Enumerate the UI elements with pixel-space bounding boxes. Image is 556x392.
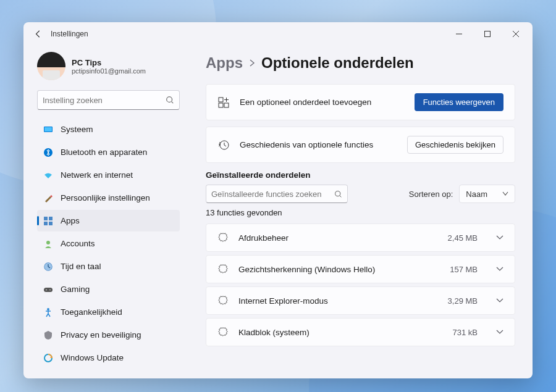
breadcrumb-parent[interactable]: Apps [206, 54, 243, 72]
feature-name: Afdrukbeheer [238, 233, 438, 243]
filter-row: Sorteren op: Naam [206, 185, 515, 203]
sidebar-item-network[interactable]: Netwerk en internet [37, 164, 180, 186]
history-icon [217, 139, 230, 151]
installed-title: Geïnstalleerde onderdelen [206, 170, 515, 180]
network-icon [43, 170, 53, 180]
feature-row[interactable]: Kladblok (systeem) 731 kB [206, 318, 515, 346]
svg-point-17 [47, 308, 49, 311]
breadcrumb: Apps Optionele onderdelen [206, 54, 515, 72]
chevron-down-icon [502, 191, 508, 196]
page-title: Optionele onderdelen [261, 54, 414, 72]
card-history: Geschiedenis van optionele functies Gesc… [206, 127, 515, 163]
titlebar: Instellingen [23, 22, 533, 46]
view-history-button[interactable]: Geschiedenis bekijken [407, 136, 503, 154]
sidebar-item-accounts[interactable]: Accounts [37, 233, 180, 254]
card-add-label: Een optioneel onderdeel toevoegen [240, 98, 405, 107]
svg-line-27 [340, 195, 341, 196]
sidebar-item-bluetooth[interactable]: Bluetooth en apparaten [37, 141, 180, 163]
sidebar-item-label: Toegankelijkheid [61, 307, 122, 317]
feature-icon [217, 327, 229, 338]
search-icon [334, 190, 342, 198]
show-features-button[interactable]: Functies weergeven [415, 93, 503, 111]
svg-rect-22 [224, 103, 229, 107]
sidebar-item-apps[interactable]: Apps [37, 210, 180, 231]
privacy-icon [43, 330, 53, 340]
svg-rect-8 [49, 217, 53, 220]
svg-point-2 [167, 97, 172, 102]
search-icon [166, 96, 174, 104]
card-add-feature: Een optioneel onderdeel toevoegen Functi… [206, 84, 515, 120]
sidebar-item-label: Systeem [61, 125, 93, 134]
results-count: 13 functies gevonden [206, 208, 515, 217]
sidebar-item-label: Apps [61, 216, 80, 225]
sidebar-item-gaming[interactable]: Gaming [37, 278, 180, 300]
maximize-button[interactable] [473, 25, 502, 43]
sidebar-item-personalization[interactable]: Persoonlijke instellingen [37, 187, 180, 209]
feature-icon [217, 295, 229, 306]
chevron-down-icon [496, 235, 503, 240]
sidebar-item-update[interactable]: Windows Update [37, 347, 180, 369]
feature-size: 157 MB [450, 265, 478, 274]
sidebar-item-time[interactable]: Tijd en taal [37, 256, 180, 277]
svg-point-15 [46, 289, 47, 290]
svg-rect-21 [219, 103, 223, 107]
sidebar-item-label: Netwerk en internet [61, 170, 133, 180]
svg-rect-20 [219, 98, 223, 102]
feature-size: 2,45 MB [448, 233, 478, 243]
svg-point-16 [49, 289, 51, 290]
profile[interactable]: PC Tips pctipsinfo01@gmail.com [37, 52, 180, 80]
card-history-label: Geschiedenis van optionele functies [240, 140, 397, 149]
sort-label: Sorteren op: [409, 190, 453, 199]
personalization-icon [43, 193, 53, 203]
svg-rect-1 [485, 31, 491, 37]
system-icon [43, 125, 53, 135]
installed-search-box[interactable] [206, 185, 348, 203]
back-button[interactable] [31, 27, 46, 41]
feature-row[interactable]: Afdrukbeheer 2,45 MB [206, 223, 515, 252]
search-input[interactable] [43, 96, 166, 105]
sidebar-item-label: Persoonlijke instellingen [61, 193, 150, 202]
sidebar: PC Tips pctipsinfo01@gmail.com Systeem [23, 46, 186, 378]
bluetooth-icon [43, 148, 53, 157]
svg-rect-14 [44, 288, 53, 292]
minimize-button[interactable] [445, 25, 473, 43]
accounts-icon [43, 239, 53, 249]
sidebar-item-system[interactable]: Systeem [37, 119, 180, 140]
sort-select[interactable]: Naam [459, 185, 515, 203]
feature-row[interactable]: Internet Explorer-modus 3,29 MB [206, 286, 515, 315]
svg-point-26 [335, 191, 340, 196]
svg-line-3 [172, 102, 174, 104]
close-button[interactable] [502, 25, 530, 43]
settings-window: Instellingen PC Tips pctipsinfo01@gmail.… [23, 22, 533, 378]
time-icon [43, 262, 53, 272]
feature-icon [217, 264, 229, 275]
feature-size: 731 kB [453, 328, 478, 337]
add-component-icon [217, 96, 230, 109]
sidebar-item-label: Windows Update [61, 353, 124, 362]
accessibility-icon [43, 307, 53, 317]
nav: Systeem Bluetooth en apparaten Netwerk e… [37, 119, 180, 369]
chevron-right-icon [249, 59, 255, 67]
chevron-down-icon [496, 298, 503, 303]
svg-rect-7 [44, 217, 48, 220]
sidebar-item-accessibility[interactable]: Toegankelijkheid [37, 301, 180, 323]
search-box[interactable] [37, 90, 180, 110]
svg-rect-9 [44, 222, 48, 225]
feature-row[interactable]: Gezichtsherkenning (Windows Hello) 157 M… [206, 255, 515, 283]
sidebar-item-label: Gaming [61, 285, 90, 294]
feature-name: Kladblok (systeem) [238, 328, 443, 337]
feature-name: Internet Explorer-modus [238, 296, 438, 306]
feature-size: 3,29 MB [448, 296, 478, 306]
chevron-down-icon [496, 267, 503, 272]
gaming-icon [43, 285, 53, 294]
sort-value: Naam [466, 190, 487, 199]
update-icon [43, 353, 53, 363]
svg-rect-5 [44, 127, 52, 131]
chevron-down-icon [496, 330, 503, 335]
avatar [37, 52, 65, 80]
sidebar-item-privacy[interactable]: Privacy en beveiliging [37, 324, 180, 346]
main-content: Apps Optionele onderdelen Een optioneel … [186, 46, 533, 378]
profile-email: pctipsinfo01@gmail.com [72, 67, 146, 75]
sidebar-item-label: Accounts [61, 239, 95, 248]
installed-search-input[interactable] [211, 190, 334, 199]
